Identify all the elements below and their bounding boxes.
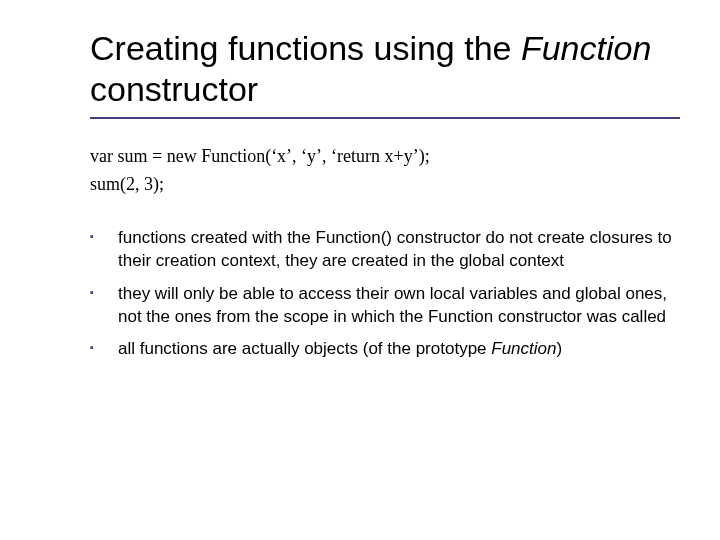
- bullet-text-pre: all functions are actually objects (of t…: [118, 339, 491, 358]
- code-block: var sum = new Function(‘x’, ‘y’, ‘return…: [90, 143, 680, 199]
- bullet-text: functions created with the Function() co…: [118, 228, 672, 270]
- list-item: all functions are actually objects (of t…: [90, 338, 680, 361]
- bullet-list: functions created with the Function() co…: [90, 227, 680, 362]
- list-item: functions created with the Function() co…: [90, 227, 680, 273]
- bullet-text-italic: Function: [491, 339, 556, 358]
- bullet-text-post: ): [556, 339, 562, 358]
- title-text-italic: Function: [521, 29, 651, 67]
- slide-title: Creating functions using the Function co…: [90, 28, 680, 119]
- code-line-1: var sum = new Function(‘x’, ‘y’, ‘return…: [90, 143, 680, 171]
- title-text-pre: Creating functions using the: [90, 29, 521, 67]
- code-line-2: sum(2, 3);: [90, 171, 680, 199]
- list-item: they will only be able to access their o…: [90, 283, 680, 329]
- slide: Creating functions using the Function co…: [0, 0, 720, 401]
- title-text-post: constructor: [90, 70, 258, 108]
- bullet-text: they will only be able to access their o…: [118, 284, 667, 326]
